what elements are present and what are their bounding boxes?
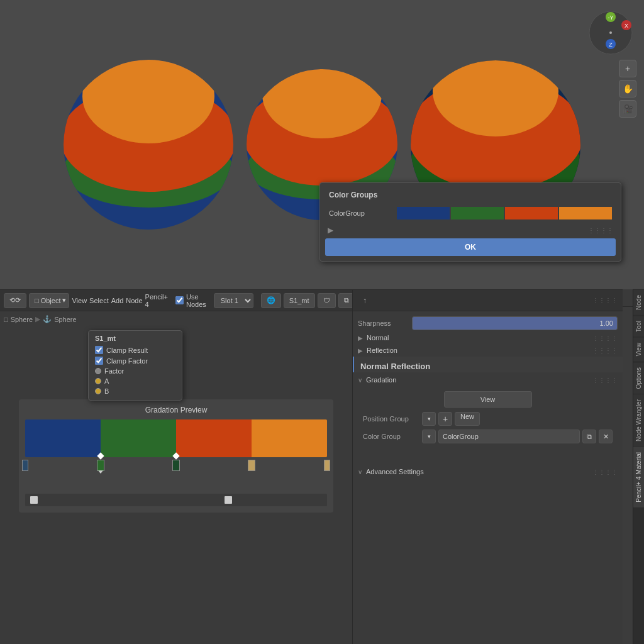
color-group-copy-btn[interactable]: ⧉ — [582, 430, 596, 443]
breadcrumb-arrow: ▶ — [35, 315, 40, 323]
clamp-factor-checkbox[interactable] — [95, 357, 103, 365]
sidebar-tab-node[interactable]: Node — [633, 289, 644, 315]
right-sidebar: Node Tool View Options Node Wrangler Pen… — [633, 289, 644, 644]
object-chevron: ▾ — [62, 296, 66, 304]
sharpness-bar[interactable]: 1.00 — [412, 316, 618, 330]
color-groups-title: Color Groups — [325, 188, 616, 204]
gradient-bar — [25, 419, 327, 457]
slot-dropdown[interactable]: Slot 1 — [214, 293, 253, 308]
breadcrumb-item-2: Sphere — [54, 316, 76, 323]
world-icon[interactable]: 🌐 — [261, 293, 281, 308]
gradation-preview: Gradation Preview — [19, 399, 333, 513]
node-btn[interactable]: Node — [126, 297, 142, 304]
node-canvas: □ Sphere ▶ ⚓ Sphere S1_mt Clamp Result — [0, 311, 352, 626]
select-btn[interactable]: Select — [89, 297, 109, 304]
use-nodes-check[interactable] — [175, 296, 184, 304]
color-group-value[interactable]: ColorGroup — [438, 430, 580, 443]
spacer — [353, 448, 623, 460]
color-group-remove-btn[interactable]: ✕ — [599, 430, 613, 443]
position-group-add[interactable]: + — [438, 412, 452, 426]
breadcrumb-sphere2: Sphere — [54, 316, 76, 323]
object-label: Object — [41, 297, 61, 304]
reflection-dots: ⋮⋮⋮⋮ — [592, 347, 618, 354]
advanced-toggle-icon: ∨ — [358, 469, 362, 475]
advanced-settings-label: Advanced Settings — [366, 468, 424, 475]
node-popup: S1_mt Clamp Result Clamp Factor Factor A… — [88, 330, 182, 401]
prop-up-btn[interactable]: ↑ — [358, 294, 372, 308]
factor-label: Factor — [104, 367, 124, 375]
gradation-toggle-icon: ∨ — [358, 377, 362, 384]
color-group-dropdown[interactable]: ▾ — [422, 430, 436, 443]
sidebar-tab-tool[interactable]: Tool — [633, 315, 644, 337]
ok-button[interactable]: OK — [325, 238, 616, 256]
sharpness-value: 1.00 — [600, 319, 613, 327]
add-btn[interactable]: Add — [111, 297, 124, 304]
color-group-label: Color Group — [363, 433, 419, 440]
gradation-section: View Position Group ▾ + New Color Group … — [353, 386, 623, 448]
a-item: A — [95, 376, 175, 386]
swatch-green — [451, 207, 504, 219]
sharpness-row: Sharpness 1.00 — [353, 315, 623, 331]
sharpness-fill — [413, 317, 617, 330]
breadcrumb-sphere1: Sphere — [11, 316, 33, 323]
normal-reflection-label: Normal Reflection — [360, 362, 430, 371]
timeline-left-handle[interactable] — [30, 496, 38, 504]
gradation-label: Gradation — [366, 376, 396, 384]
prop-content: Sharpness 1.00 ▶ Normal ⋮⋮⋮⋮ ▶ Reflectio… — [353, 311, 623, 644]
camera-tool[interactable]: 🎥 — [619, 100, 636, 118]
normal-section-header[interactable]: ▶ Normal ⋮⋮⋮⋮ — [353, 331, 623, 344]
b-socket — [95, 388, 101, 394]
color-group-row: Color Group ▾ ColorGroup ⧉ ✕ — [358, 428, 618, 445]
breadcrumb-icon1: □ — [4, 316, 8, 323]
breadcrumb: □ Sphere ▶ ⚓ Sphere — [4, 315, 77, 323]
material-name[interactable]: S1_mt — [284, 293, 315, 308]
a-label: A — [104, 377, 109, 385]
material-shield[interactable]: 🛡 — [318, 293, 336, 308]
position-group-label: Position Group — [363, 415, 419, 423]
view-button[interactable]: View — [444, 391, 532, 408]
reflection-toggle-icon: ▶ — [358, 347, 363, 354]
position-group-dropdown[interactable]: ▾ — [422, 412, 436, 426]
factor-item: Factor — [95, 366, 175, 376]
gradation-section-header[interactable]: ∨ Gradation ⋮⋮⋮⋮ — [353, 374, 623, 386]
color-groups-popup: Color Groups ColorGroup ▶ ⋮⋮⋮⋮ OK — [319, 182, 621, 262]
popup-footer: ▶ ⋮⋮⋮⋮ — [325, 222, 616, 236]
color-group-popup-row: ColorGroup — [325, 204, 616, 222]
clamp-result-checkbox[interactable] — [95, 346, 103, 354]
svg-point-4 — [82, 53, 214, 143]
sidebar-tab-options[interactable]: Options — [633, 362, 644, 394]
gradient-timeline[interactable] — [25, 494, 327, 506]
sidebar-tab-view[interactable]: View — [633, 337, 644, 362]
popup-play-icon: ▶ — [328, 226, 333, 235]
sidebar-tab-node-wrangler[interactable]: Node Wrangler — [633, 394, 644, 447]
position-group-row: Position Group ▾ + New — [358, 410, 618, 428]
sidebar-tab-pencil-material[interactable]: Pencil+ 4 Material — [633, 447, 644, 508]
advanced-settings-header[interactable]: ∨ Advanced Settings ⋮⋮⋮⋮ — [353, 465, 623, 478]
reflection-label: Reflection — [367, 347, 397, 354]
gradation-title: Gradation Preview — [25, 406, 327, 414]
object-dropdown[interactable]: □ Object ▾ — [29, 293, 69, 308]
clamp-factor-item[interactable]: Clamp Factor — [95, 355, 175, 366]
node-toolbar: ⟲⟳ □ Object ▾ View Select Add Node Penci… — [0, 290, 352, 311]
view-btn[interactable]: View — [72, 297, 87, 304]
position-group-new-btn[interactable]: New — [455, 412, 480, 426]
breadcrumb-anchor-icon: ⚓ — [43, 315, 52, 323]
pan-tool[interactable]: ✋ — [619, 80, 636, 97]
navigation-gizmo[interactable]: -Y X Z — [587, 9, 638, 60]
use-nodes-label: Use Nodes — [186, 293, 206, 308]
timeline-right-handle[interactable] — [225, 496, 232, 504]
clamp-result-item[interactable]: Clamp Result — [95, 345, 175, 355]
history-back-btn[interactable]: ⟲⟳ — [4, 293, 26, 308]
nav-tools: + ✋ 🎥 — [619, 60, 636, 118]
use-nodes-checkbox[interactable]: Use Nodes — [175, 293, 206, 308]
node-editor: ⟲⟳ □ Object ▾ View Select Add Node Penci… — [0, 289, 352, 644]
swatch-blue — [397, 207, 450, 219]
swatch-red — [505, 207, 558, 219]
zoom-tool[interactable]: + — [619, 60, 636, 77]
b-label: B — [104, 387, 109, 395]
pencil-btn[interactable]: Pencil+ 4 — [145, 293, 168, 308]
svg-point-22 — [609, 31, 612, 34]
popup-dots: ⋮⋮⋮⋮ — [588, 227, 613, 234]
reflection-section-header[interactable]: ▶ Reflection ⋮⋮⋮⋮ — [353, 344, 623, 357]
color-group-popup-name: ColorGroup — [329, 209, 392, 217]
